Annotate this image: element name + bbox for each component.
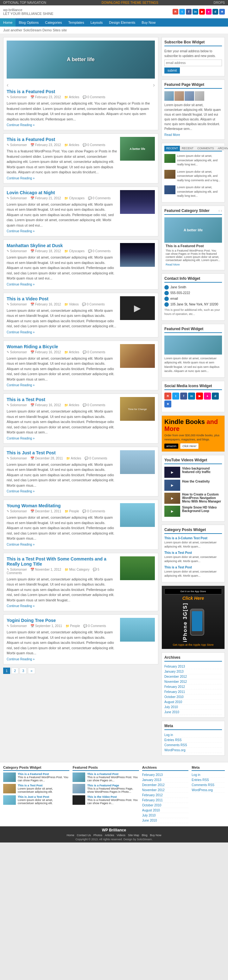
social-linkedin-icon[interactable]: in: [188, 393, 195, 399]
fm-wordpress-org[interactable]: WordPress.org: [192, 788, 225, 793]
fa-feb-2013[interactable]: February 2013: [142, 772, 189, 778]
meta-wordpress-org[interactable]: WordPress.org: [164, 748, 222, 753]
footer-nav-home[interactable]: Home: [66, 834, 74, 837]
cat-slide-read-more[interactable]: Read More: [164, 263, 222, 267]
post-3-read-more[interactable]: Continue Reading »: [7, 229, 155, 233]
social-delicious-icon[interactable]: ★: [164, 401, 171, 407]
archive-feb-2011[interactable]: February 2011: [164, 689, 222, 695]
archive-aug-2010[interactable]: August 2010: [164, 700, 222, 705]
post-5-image[interactable]: [120, 296, 155, 320]
nav-categories[interactable]: Categories: [42, 18, 65, 27]
post-10-read-more[interactable]: Continue Reading »: [7, 604, 155, 608]
get-apps-text[interactable]: Get Apps at the Apple App Store: [164, 643, 222, 646]
amazon-badge[interactable]: amazon: [164, 444, 178, 449]
yt-thumb-1[interactable]: [164, 467, 180, 478]
social-digg-icon[interactable]: d: [212, 393, 219, 399]
nav-design-elements[interactable]: Design Elements: [106, 18, 138, 27]
fa-jan-2013[interactable]: January 2013: [142, 778, 189, 783]
social-twitter-icon[interactable]: t: [172, 393, 179, 399]
fa-jun-2010[interactable]: June 2010: [142, 818, 189, 823]
archive-oct-2010[interactable]: October 2010: [164, 695, 222, 700]
page-1[interactable]: 1: [3, 668, 10, 674]
social-facebook-icon[interactable]: f: [180, 393, 187, 399]
header-facebook-icon[interactable]: f: [186, 9, 192, 14]
page-3[interactable]: 3: [20, 668, 27, 674]
footer-nav-blog[interactable]: Blog: [141, 834, 147, 837]
nav-layouts[interactable]: Layouts: [87, 18, 106, 27]
featured-page-read-more[interactable]: Read More: [164, 133, 180, 137]
fm-login[interactable]: Log in: [192, 772, 225, 778]
fa-feb-2012[interactable]: February 2012: [142, 793, 189, 798]
archive-feb-2012[interactable]: February 2012: [164, 684, 222, 689]
social-rss-icon[interactable]: R: [164, 393, 171, 399]
post-8-read-more[interactable]: Continue Reading »: [7, 490, 155, 493]
nav-blog-options[interactable]: Blog Options: [16, 18, 42, 27]
post-5-read-more[interactable]: Continue Reading »: [7, 331, 155, 334]
post-2-read-more[interactable]: Continue Reading »: [7, 177, 155, 180]
header-digg-icon[interactable]: d: [212, 9, 218, 14]
archive-feb-2013[interactable]: February 2013: [164, 664, 222, 669]
post-prev-arrow[interactable]: ‹: [7, 82, 8, 88]
nav-home[interactable]: Home: [0, 18, 16, 27]
header-twitter-icon[interactable]: t: [179, 9, 185, 14]
subscribe-submit-button[interactable]: submit: [164, 67, 180, 73]
header-linkedin-icon[interactable]: in: [193, 9, 198, 14]
post-7-read-more[interactable]: Continue Reading »: [7, 437, 155, 440]
archive-jan-2013[interactable]: January 2013: [164, 669, 222, 674]
archive-dec-2012[interactable]: December 2012: [164, 674, 222, 679]
nav-buy-now[interactable]: Buy Now: [138, 18, 159, 27]
fa-dec-2012[interactable]: December 2012: [142, 783, 189, 788]
page-next[interactable]: »: [28, 668, 35, 674]
header-rss-icon[interactable]: R: [173, 9, 178, 14]
fa-oct-2010[interactable]: October 2010: [142, 803, 189, 808]
post-11-read-more[interactable]: Continue Reading »: [7, 657, 155, 661]
fa-feb-2011[interactable]: February 2011: [142, 798, 189, 803]
post-1-title[interactable]: This is a Featured Post: [7, 89, 155, 94]
meta-entries-rss[interactable]: Entries RSS: [164, 738, 222, 743]
click-here-text[interactable]: Click Here: [164, 596, 222, 601]
post-9-read-more[interactable]: Continue Reading »: [7, 543, 155, 546]
archive-jun-2010[interactable]: June 2010: [164, 710, 222, 715]
yt-thumb-2[interactable]: [164, 480, 180, 491]
post-6-read-more[interactable]: Continue Reading »: [7, 383, 155, 387]
social-flickr-icon[interactable]: ●: [204, 393, 211, 399]
fa-jul-2010[interactable]: July 2010: [142, 813, 189, 818]
footer-nav-photos[interactable]: Photos: [93, 834, 102, 837]
footer-nav-videos[interactable]: Videos: [117, 834, 125, 837]
site-logo[interactable]: wp·brilliance LET YOUR BRILLIANCE SHINE: [3, 8, 54, 16]
subscribe-email-input[interactable]: [164, 60, 222, 66]
yt-thumb-4[interactable]: [164, 506, 180, 517]
app-store-badge[interactable]: Get it on the App Store: [164, 589, 222, 594]
meta-login[interactable]: Log in: [164, 733, 222, 738]
footer-nav-sitemap[interactable]: Site Map: [128, 834, 139, 837]
cat-post-title-2[interactable]: This is a Test Post: [164, 551, 222, 554]
cat-slider-prev[interactable]: ‹: [218, 208, 220, 213]
cat-slider-next[interactable]: ›: [221, 208, 222, 213]
cat-slide-title[interactable]: This is a Featured Post: [164, 243, 222, 249]
tab-recent[interactable]: RECENT: [164, 146, 180, 151]
cat-post-title-3[interactable]: This is a Test Post: [164, 566, 222, 569]
footer-nav-contact[interactable]: Contact Us: [77, 834, 91, 837]
fm-comments-rss[interactable]: Comments RSS: [192, 783, 225, 788]
nav-templates[interactable]: Templates: [65, 18, 87, 27]
header-youtube-icon[interactable]: ▶: [199, 9, 205, 14]
top-bar-middle[interactable]: DOWNLOAD FREE THEME SETTINGS: [102, 1, 158, 5]
footer-nav-articles[interactable]: Articles: [105, 834, 114, 837]
archive-nov-2012[interactable]: November 2012: [164, 679, 222, 684]
meta-comments-rss[interactable]: Comments RSS: [164, 743, 222, 748]
tab-recent-2[interactable]: RECENT: [180, 146, 195, 151]
yt-thumb-3[interactable]: [164, 493, 180, 504]
archive-jul-2010[interactable]: July 2010: [164, 705, 222, 710]
header-flickr-icon[interactable]: ●: [206, 9, 212, 14]
post-1-read-more[interactable]: Continue Reading »: [7, 123, 155, 127]
header-delicious-icon[interactable]: ★: [219, 9, 225, 14]
footer-nav-buy[interactable]: Buy Now: [150, 834, 161, 837]
page-2[interactable]: 2: [11, 668, 18, 674]
kindle-click-here[interactable]: Click Here!: [180, 443, 198, 449]
post-next-arrow[interactable]: ›: [153, 82, 155, 88]
cat-post-title-1[interactable]: This is a 3-Column Test Post: [164, 536, 222, 540]
social-youtube-icon[interactable]: ▶: [196, 393, 203, 399]
fa-aug-2010[interactable]: August 2010: [142, 808, 189, 813]
tab-archive[interactable]: ARCHIVE: [216, 146, 228, 151]
fm-entries-rss[interactable]: Entries RSS: [192, 778, 225, 783]
